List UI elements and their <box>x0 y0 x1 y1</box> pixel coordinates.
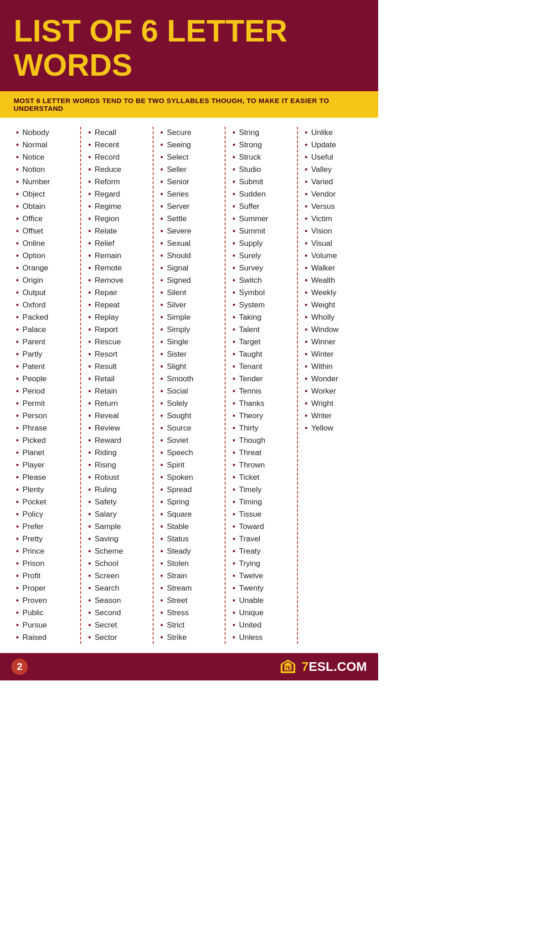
word-text: Saving <box>95 534 118 544</box>
bullet-icon: • <box>160 338 163 346</box>
list-item: •Planet <box>16 447 73 459</box>
word-text: Valley <box>311 165 332 174</box>
list-item: •Plenty <box>16 484 73 496</box>
word-text: Spirit <box>167 461 185 470</box>
word-text: Worker <box>311 387 336 396</box>
bullet-icon: • <box>88 449 91 457</box>
word-text: Versus <box>311 202 335 211</box>
list-item: •Trying <box>232 558 290 570</box>
bullet-icon: • <box>232 473 235 482</box>
word-text: Trying <box>239 559 261 568</box>
word-text: Threat <box>239 448 262 457</box>
word-text: Unique <box>239 608 264 617</box>
bullet-icon: • <box>160 375 163 383</box>
bullet-icon: • <box>16 326 19 334</box>
word-text: Unless <box>239 633 263 642</box>
list-item: •Settle <box>160 213 218 225</box>
list-item: •Writer <box>305 410 362 422</box>
word-text: Wholly <box>311 313 334 322</box>
word-text: Target <box>239 337 261 347</box>
bullet-icon: • <box>88 313 91 322</box>
list-item: •Prince <box>16 545 73 558</box>
word-list-4: •String•Strong•Struck•Studio•Submit•Sudd… <box>232 127 290 644</box>
bullet-icon: • <box>88 461 91 469</box>
bullet-icon: • <box>16 350 19 358</box>
word-text: Switch <box>239 276 262 285</box>
list-item: •Signal <box>160 262 218 275</box>
bullet-icon: • <box>88 486 91 494</box>
bullet-icon: • <box>88 338 91 346</box>
word-text: Review <box>95 424 120 433</box>
list-item: •Worker <box>305 385 362 398</box>
list-item: •Strict <box>160 619 218 632</box>
word-text: Weekly <box>311 288 336 297</box>
list-item: •Series <box>160 188 218 201</box>
list-item: •Sudden <box>232 188 290 201</box>
bullet-icon: • <box>16 338 19 346</box>
bullet-icon: • <box>232 141 235 149</box>
list-item: •Player <box>16 459 73 472</box>
word-text: Tender <box>239 374 263 384</box>
bullet-icon: • <box>160 633 163 642</box>
list-item: •Region <box>88 213 145 225</box>
word-text: Remote <box>95 264 122 273</box>
word-text: Travel <box>239 534 261 544</box>
list-item: •Wright <box>305 398 362 410</box>
logo-icon: 7E <box>279 658 297 676</box>
list-item: •Reduce <box>88 164 145 176</box>
word-text: Screen <box>95 571 119 581</box>
bullet-icon: • <box>16 412 19 420</box>
bullet-icon: • <box>232 412 235 420</box>
list-item: •Second <box>88 607 145 619</box>
list-item: •Toward <box>232 521 290 533</box>
bullet-icon: • <box>160 597 163 605</box>
list-item: •Twenty <box>232 582 290 595</box>
word-text: Unlike <box>311 128 333 137</box>
list-item: •Salary <box>88 509 145 521</box>
list-item: •Notice <box>16 151 73 164</box>
list-item: •Ruling <box>88 484 145 496</box>
word-text: String <box>239 128 259 137</box>
bullet-icon: • <box>88 436 91 445</box>
bullet-icon: • <box>16 510 19 519</box>
list-item: •Simple <box>160 311 218 324</box>
bullet-icon: • <box>16 633 19 642</box>
list-item: •Nobody <box>16 127 73 139</box>
bullet-icon: • <box>88 166 91 174</box>
list-item: •Versus <box>305 201 362 213</box>
bullet-icon: • <box>88 301 91 309</box>
bullet-icon: • <box>232 486 235 494</box>
word-text: System <box>239 301 265 310</box>
list-item: •Unless <box>232 632 290 644</box>
bullet-icon: • <box>232 572 235 580</box>
bullet-icon: • <box>305 239 308 248</box>
bullet-icon: • <box>160 363 163 371</box>
content-area: •Nobody•Normal•Notice•Notion•Number•Obje… <box>0 118 378 649</box>
list-item: •Number <box>16 176 73 188</box>
word-text: Report <box>95 325 118 334</box>
word-text: Simply <box>167 325 190 334</box>
list-item: •Patent <box>16 361 73 373</box>
bullet-icon: • <box>16 301 19 309</box>
bullet-icon: • <box>160 350 163 358</box>
word-text: Output <box>22 288 46 297</box>
bullet-icon: • <box>305 387 308 395</box>
word-text: Vision <box>311 227 332 236</box>
word-text: Robust <box>95 473 119 482</box>
bullet-icon: • <box>160 473 163 482</box>
word-text: Soviet <box>167 436 188 445</box>
bullet-icon: • <box>16 264 19 272</box>
bullet-icon: • <box>160 313 163 322</box>
word-text: Second <box>95 608 121 617</box>
word-text: Retail <box>95 374 114 384</box>
list-item: •Relief <box>88 238 145 250</box>
bullet-icon: • <box>88 375 91 383</box>
word-text: Strong <box>239 140 262 150</box>
list-item: •Seller <box>160 164 218 176</box>
bullet-icon: • <box>16 572 19 580</box>
word-text: Pocket <box>22 498 46 507</box>
word-text: Slight <box>167 362 186 371</box>
list-item: •Studio <box>232 164 290 176</box>
word-text: Should <box>167 251 191 260</box>
word-text: Office <box>22 214 42 223</box>
